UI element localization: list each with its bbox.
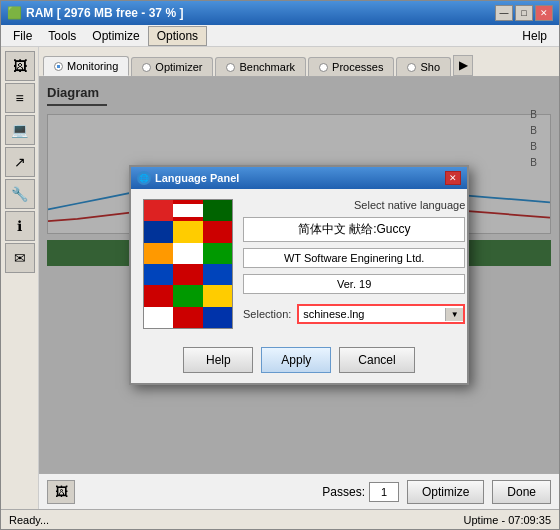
menu-options[interactable]: Options bbox=[148, 26, 207, 46]
tab-radio-benchmark bbox=[226, 63, 235, 72]
tab-processes[interactable]: Processes bbox=[308, 57, 394, 76]
sidebar-btn-image[interactable]: 🖼 bbox=[5, 51, 35, 81]
select-lang-label: Select native language bbox=[243, 199, 465, 211]
optimize-button[interactable]: Optimize bbox=[407, 480, 484, 504]
language-panel-dialog: 🌐 Language Panel ✕ bbox=[129, 165, 469, 385]
dialog-chinese-text: 简体中文 献给:Guccy bbox=[243, 217, 465, 242]
close-button[interactable]: ✕ bbox=[535, 5, 553, 21]
flag-1 bbox=[144, 200, 173, 221]
flag-5 bbox=[173, 221, 202, 242]
title-bar-buttons: — □ ✕ bbox=[495, 5, 553, 21]
right-area: Monitoring Optimizer Benchmark Processes… bbox=[39, 47, 559, 509]
menu-bar: File Tools Optimize Options Help bbox=[1, 25, 559, 47]
help-button[interactable]: Help bbox=[183, 347, 253, 373]
content-panel: Diagram B B B B Av bbox=[39, 77, 559, 473]
menu-tools[interactable]: Tools bbox=[40, 27, 84, 45]
bottom-bar: 🖼 Passes: Optimize Done bbox=[39, 473, 559, 509]
title-bar-left: 🟩 RAM [ 2976 MB free - 37 % ] bbox=[7, 6, 183, 20]
title-bar-icon: 🟩 bbox=[7, 6, 22, 20]
selection-combo[interactable]: ▼ bbox=[297, 304, 465, 324]
status-ready: Ready... bbox=[9, 514, 49, 526]
flag-11 bbox=[173, 264, 202, 285]
done-button[interactable]: Done bbox=[492, 480, 551, 504]
sidebar: 🖼 ≡ 💻 ↗ 🔧 ℹ ✉ bbox=[1, 47, 39, 509]
passes-label: Passes: bbox=[322, 485, 365, 499]
sidebar-btn-computer[interactable]: 💻 bbox=[5, 115, 35, 145]
flag-12 bbox=[203, 264, 232, 285]
tab-benchmark[interactable]: Benchmark bbox=[215, 57, 306, 76]
tab-radio-sho bbox=[407, 63, 416, 72]
sidebar-btn-mail[interactable]: ✉ bbox=[5, 243, 35, 273]
flag-15 bbox=[203, 285, 232, 306]
title-bar: 🟩 RAM [ 2976 MB free - 37 % ] — □ ✕ bbox=[1, 1, 559, 25]
combo-arrow-icon[interactable]: ▼ bbox=[445, 308, 463, 321]
window-title: RAM [ 2976 MB free - 37 % ] bbox=[26, 6, 183, 20]
flags-image bbox=[143, 199, 233, 329]
tab-radio-processes bbox=[319, 63, 328, 72]
menu-help[interactable]: Help bbox=[514, 27, 555, 45]
flag-4 bbox=[144, 221, 173, 242]
selection-label: Selection: bbox=[243, 308, 291, 320]
bottom-icon[interactable]: 🖼 bbox=[47, 480, 75, 504]
flag-10 bbox=[144, 264, 173, 285]
modal-overlay: 🌐 Language Panel ✕ bbox=[39, 77, 559, 473]
flag-13 bbox=[144, 285, 173, 306]
menu-optimize[interactable]: Optimize bbox=[84, 27, 147, 45]
dialog-title-left: 🌐 Language Panel bbox=[137, 171, 239, 185]
dialog-title-bar: 🌐 Language Panel ✕ bbox=[131, 167, 467, 189]
status-uptime: Uptime - 07:09:35 bbox=[464, 514, 551, 526]
tab-radio-monitoring bbox=[54, 62, 63, 71]
cancel-button[interactable]: Cancel bbox=[339, 347, 414, 373]
tab-sho[interactable]: Sho bbox=[396, 57, 451, 76]
selection-row: Selection: ▼ bbox=[243, 304, 465, 324]
menu-file[interactable]: File bbox=[5, 27, 40, 45]
flag-9 bbox=[203, 243, 232, 264]
dialog-close-button[interactable]: ✕ bbox=[445, 171, 461, 185]
tab-radio-optimizer bbox=[142, 63, 151, 72]
tab-monitoring[interactable]: Monitoring bbox=[43, 56, 129, 76]
sidebar-btn-settings[interactable]: 🔧 bbox=[5, 179, 35, 209]
tab-more-button[interactable]: ▶ bbox=[453, 55, 473, 76]
flag-6 bbox=[203, 221, 232, 242]
dialog-right: Select native language 简体中文 献给:Guccy WT … bbox=[243, 199, 465, 329]
selection-input[interactable] bbox=[299, 306, 445, 322]
flag-8 bbox=[173, 243, 202, 264]
passes-input[interactable] bbox=[369, 482, 399, 502]
tab-optimizer[interactable]: Optimizer bbox=[131, 57, 213, 76]
tabs: Monitoring Optimizer Benchmark Processes… bbox=[39, 47, 559, 77]
flag-16 bbox=[144, 307, 173, 328]
status-bar: Ready... Uptime - 07:09:35 bbox=[1, 509, 559, 529]
sidebar-btn-list[interactable]: ≡ bbox=[5, 83, 35, 113]
flag-14 bbox=[173, 285, 202, 306]
maximize-button[interactable]: □ bbox=[515, 5, 533, 21]
dialog-version: Ver. 19 bbox=[243, 274, 465, 294]
dialog-title-text: Language Panel bbox=[155, 172, 239, 184]
flag-17 bbox=[173, 307, 202, 328]
minimize-button[interactable]: — bbox=[495, 5, 513, 21]
flag-18 bbox=[203, 307, 232, 328]
dialog-body: Select native language 简体中文 献给:Guccy WT … bbox=[131, 189, 467, 339]
dialog-company: WT Software Enginering Ltd. bbox=[243, 248, 465, 268]
main-content: 🖼 ≡ 💻 ↗ 🔧 ℹ ✉ Monitoring Optimizer bbox=[1, 47, 559, 509]
sidebar-btn-arrow[interactable]: ↗ bbox=[5, 147, 35, 177]
apply-button[interactable]: Apply bbox=[261, 347, 331, 373]
flag-2 bbox=[173, 200, 202, 221]
bottom-passes: Passes: bbox=[322, 482, 399, 502]
dialog-buttons: Help Apply Cancel bbox=[131, 339, 467, 383]
sidebar-btn-info[interactable]: ℹ bbox=[5, 211, 35, 241]
main-window: 🟩 RAM [ 2976 MB free - 37 % ] — □ ✕ File… bbox=[0, 0, 560, 530]
flag-3 bbox=[203, 200, 232, 221]
dialog-title-icon: 🌐 bbox=[137, 171, 151, 185]
flag-7 bbox=[144, 243, 173, 264]
